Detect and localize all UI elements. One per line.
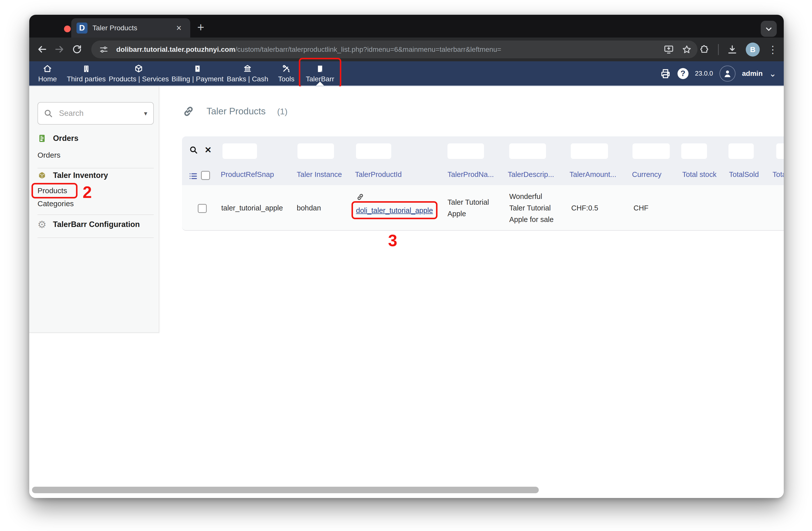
search-placeholder: Search [59,109,84,118]
menu-item-billing-payment[interactable]: $ Billing | Payment [172,61,223,86]
filter-input-taleramount[interactable] [571,143,608,159]
user-avatar-icon[interactable] [720,66,736,82]
sidebar-divider [38,168,154,168]
column-header-talerproductid[interactable]: TalerProductId [355,170,402,179]
annotation-number-3: 3 [388,232,397,249]
link-icon [356,193,433,201]
reload-icon[interactable] [70,42,84,57]
toolbar-separator [718,44,719,55]
help-icon[interactable]: ? [678,68,688,79]
column-header-total-stock[interactable]: Total stock [682,170,716,179]
column-header-talerdescription[interactable]: TalerDescrip... [508,170,554,179]
cell-taler-instance: bohdan [297,202,321,214]
search-icon [44,109,53,118]
column-selector-icon[interactable] [188,171,198,181]
address-bar[interactable]: dolibarr.tutorial.taler.potuzhnyi.com/cu… [91,41,697,58]
cell-taleramount: CHF:0.5 [571,202,598,214]
new-tab-button[interactable]: + [197,20,204,34]
version-label: 23.0.0 [695,70,713,77]
column-header-totalsold[interactable]: TotalSold [729,170,759,179]
filter-input-currency[interactable] [633,143,670,159]
screenshot-stage: D Taler Products × + [0,0,812,531]
forward-icon[interactable] [52,42,67,57]
svg-text:$: $ [197,66,198,70]
filter-input-totalsold[interactable] [728,143,754,159]
page-title: Taler Products (1) [182,105,288,118]
sidebar-search-input[interactable]: Search ▾ [38,102,154,125]
module-icon [316,64,324,73]
menu-item-third-parties[interactable]: Third parties [67,61,106,86]
home-icon [43,64,52,73]
menu-item-products-services[interactable]: Products | Services [109,61,169,86]
cell-talerdescription: Wonderful Taler Tutorial Apple for sale [509,191,558,225]
browser-profile-avatar[interactable]: B [746,43,760,57]
extensions-icon[interactable] [699,44,710,55]
cell-productrefsnap: taler_tutorial_apple [221,202,283,214]
print-icon[interactable] [660,68,671,79]
column-header-talerprodname[interactable]: TalerProdNa... [448,170,494,179]
dolibarr-top-menu: Home Third parties Products | Services $… [29,61,784,86]
filter-search-icon[interactable] [189,145,198,154]
left-sidebar: Search ▾ Orders Orders Taler Inventory [29,86,159,333]
menu-item-banks-cash[interactable]: Banks | Cash [227,61,268,86]
cell-currency: CHF [634,202,649,214]
taler-products-table: ✕ ProductRefSnap Taler Instance Tale [182,136,784,231]
browser-tab[interactable]: D Taler Products × [71,18,190,38]
cell-talerproductid: doli_taler_tutorial_apple 3 [356,193,433,216]
filter-input-totallost[interactable] [776,143,784,159]
user-menu-chevron-icon[interactable]: ⌄ [769,69,777,79]
install-page-icon[interactable] [664,44,674,55]
browser-menu-icon[interactable]: ⋮ [768,44,778,55]
column-header-totallost[interactable]: TotalLo [772,170,784,179]
close-window-button[interactable] [64,26,71,32]
tab-search-chevron-icon[interactable] [761,21,777,37]
menu-item-home[interactable]: Home [38,61,57,86]
sidebar-divider [38,214,154,215]
user-name-label[interactable]: admin [742,70,763,78]
building-icon [82,64,90,73]
link-icon [182,105,195,118]
horizontal-scrollbar[interactable] [32,487,539,493]
sidebar-link-orders[interactable]: Orders [38,151,60,159]
sidebar-link-products[interactable]: Products 2 [38,186,67,195]
table-row[interactable]: taler_tutorial_apple bohdan doli_taler_t… [182,185,784,230]
column-header-taler-instance[interactable]: Taler Instance [297,170,342,179]
filter-input-talerproductid[interactable] [356,143,391,159]
downloads-icon[interactable] [727,44,738,55]
annotation-number-2: 2 [83,184,92,200]
column-header-productrefsnap[interactable]: ProductRefSnap [221,170,274,179]
search-dropdown-caret-icon[interactable]: ▾ [144,110,147,117]
sidebar-section-taler-inventory[interactable]: Taler Inventory [38,171,108,180]
sidebar-section-talerbarr-configuration[interactable]: ⚙ TalerBarr Configuration [38,220,140,229]
column-header-taleramount[interactable]: TalerAmount... [569,170,616,179]
sidebar-section-orders[interactable]: Orders [38,134,78,143]
filter-clear-icon[interactable]: ✕ [204,145,212,155]
row-checkbox[interactable] [198,204,207,213]
inventory-box-icon [38,171,46,180]
site-settings-icon[interactable] [99,44,109,55]
menu-item-tools[interactable]: Tools [278,61,294,86]
cube-icon [134,64,143,73]
filter-input-productrefsnap[interactable] [222,143,257,159]
url-host: dolibarr.tutorial.taler.potuzhnyi.com [116,45,235,54]
back-icon[interactable] [35,42,49,57]
filter-input-total-stock[interactable] [681,143,707,159]
filter-input-taler-instance[interactable] [298,143,334,159]
url-path: /custom/talerbarr/talerproductlink_list.… [235,45,501,54]
column-header-currency[interactable]: Currency [632,170,662,179]
url-text[interactable]: dolibarr.tutorial.taler.potuzhnyi.com/cu… [116,41,501,58]
close-tab-icon[interactable]: × [176,23,182,33]
taler-product-link[interactable]: doli_taler_tutorial_apple [356,207,433,214]
orders-document-icon [38,134,46,143]
page-content: Search ▾ Orders Orders Taler Inventory [29,86,784,498]
sidebar-link-categories[interactable]: Categories [38,199,74,208]
select-all-checkbox[interactable] [201,171,210,180]
bookmark-star-icon[interactable] [682,44,692,55]
sidebar-divider [38,237,154,238]
bill-icon: $ [193,64,202,73]
filter-input-talerdescription[interactable] [509,143,546,159]
tools-icon [282,64,291,73]
bank-icon [243,64,252,73]
filter-input-talerprodname[interactable] [448,143,484,159]
active-menu-caret [316,82,324,86]
